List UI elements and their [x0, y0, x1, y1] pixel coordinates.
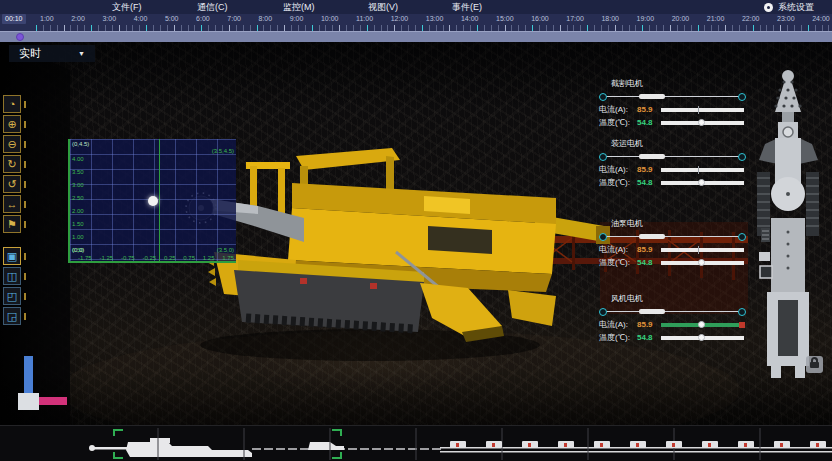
belt-block-marker: [492, 443, 495, 447]
timeline-tick: [449, 25, 450, 31]
timeline-tick: [443, 25, 444, 31]
view-cube-front-icon[interactable]: ◫: [3, 267, 21, 285]
timeline-tick: [415, 25, 416, 31]
realtime-mode-dropdown[interactable]: 实时 ▼: [9, 45, 95, 62]
timeline-tick: [463, 25, 464, 31]
timeline-hour-label: 4:00: [134, 14, 148, 24]
temp-bar[interactable]: [661, 336, 744, 340]
timeline-tick: [270, 25, 271, 31]
slider-line: [603, 96, 742, 97]
timeline-tick: [553, 25, 554, 31]
motor-panel-title: 风机电机: [611, 293, 746, 304]
axis-x-bar: [39, 397, 67, 405]
timeline-ruler[interactable]: 00:10 1:002:003:004:005:006:007:008:009:…: [0, 14, 832, 31]
timeline-tick: [408, 25, 409, 31]
slider-handle[interactable]: [639, 234, 665, 239]
slider-endpoint-right[interactable]: [738, 153, 746, 161]
timeline-current-time: 00:10: [2, 14, 26, 24]
current-bar[interactable]: [661, 168, 744, 172]
timeline-tick: [132, 25, 133, 31]
cutting-position-grid: 4.003.503.002.502.001.501.000.50 -1.75-1…: [68, 139, 236, 263]
slider-endpoint-right[interactable]: [738, 308, 746, 316]
motor-range-slider[interactable]: [599, 92, 746, 101]
view-cube-top-icon[interactable]: ▣: [3, 247, 21, 265]
menu-view[interactable]: 视图(V): [368, 1, 398, 14]
current-bar[interactable]: [661, 248, 744, 252]
motor-panel: 装运电机电流(A):85.9温度(℃):54.8: [599, 138, 746, 187]
mode-label: 实时: [19, 46, 41, 61]
timeline-tick: [381, 25, 382, 31]
bar-marker: [698, 321, 705, 328]
timeline-slider-track[interactable]: [0, 31, 832, 42]
timeline-hour-label: 14:00: [461, 14, 479, 24]
temp-bar[interactable]: [661, 121, 744, 125]
shuttle-car-silhouette: [308, 442, 344, 450]
current-label: 电流(A):: [599, 319, 637, 330]
slider-endpoint-left[interactable]: [599, 308, 607, 316]
temp-label: 温度(℃):: [599, 177, 637, 188]
slider-handle[interactable]: [639, 309, 665, 314]
timeline-tick: [84, 25, 85, 31]
pan-icon[interactable]: ↔: [3, 195, 21, 213]
flag-icon[interactable]: ⚑: [3, 215, 21, 233]
menu-event[interactable]: 事件(E): [452, 1, 482, 14]
timeline-hour-label: 2:00: [71, 14, 85, 24]
view-cube-right-icon[interactable]: ◲: [3, 307, 21, 325]
slider-endpoint-left[interactable]: [599, 93, 607, 101]
timeline-tick: [387, 25, 388, 31]
timeline-tick: [739, 25, 740, 31]
timeline-slider-handle[interactable]: [16, 33, 24, 41]
zoom-out-icon[interactable]: ⊖: [3, 135, 21, 153]
rotate-ccw-icon[interactable]: ↺: [3, 175, 21, 193]
timeline-tick: [429, 25, 430, 31]
view-cube-left-icon[interactable]: ◰: [3, 287, 21, 305]
menu-communication[interactable]: 通信(C): [197, 1, 228, 14]
lock-button[interactable]: [806, 356, 823, 373]
orbit-icon[interactable]: ◔: [3, 95, 21, 113]
zoom-in-icon[interactable]: ⊕: [3, 115, 21, 133]
grid-x-label: 1.75: [222, 255, 234, 261]
current-bar[interactable]: [661, 108, 744, 112]
machine-top-view-drawing: [745, 60, 832, 380]
slider-handle[interactable]: [639, 154, 665, 159]
motor-range-slider[interactable]: [599, 152, 746, 161]
timeline-tick: [36, 25, 37, 31]
timeline-tick: [353, 25, 354, 31]
grid-x-label: -1.25: [99, 255, 113, 261]
current-bar[interactable]: [661, 323, 744, 327]
grid-y-label: 4.00: [72, 153, 84, 166]
timeline-tick: [801, 25, 802, 31]
timeline-tick: [332, 25, 333, 31]
timeline-tick: [518, 25, 519, 31]
slider-endpoint-left[interactable]: [599, 233, 607, 241]
motor-range-slider[interactable]: [599, 232, 746, 241]
menu-monitor[interactable]: 监控(M): [283, 1, 315, 14]
timeline-hour-label: 20:00: [672, 14, 690, 24]
motor-panel: 风机电机电流(A):85.9温度(℃):54.8: [599, 293, 746, 342]
timeline-tick: [257, 25, 258, 31]
slider-endpoint-right[interactable]: [738, 93, 746, 101]
temp-bar[interactable]: [661, 181, 744, 185]
system-settings-button[interactable]: 系统设置: [764, 1, 814, 14]
timeline-tick: [608, 25, 609, 31]
timeline-tick: [622, 25, 623, 31]
slider-endpoint-left[interactable]: [599, 153, 607, 161]
rotate-cw-icon[interactable]: ↻: [3, 155, 21, 173]
timeline-tick: [505, 25, 506, 31]
bar-knob: [698, 259, 705, 266]
timeline-tick: [587, 25, 588, 31]
timeline-tick: [394, 25, 395, 31]
timeline-hour-label: 1:00: [40, 14, 54, 24]
bar-knob: [698, 179, 705, 186]
current-row: 电流(A):85.9: [599, 320, 746, 329]
timeline-hour-label: 21:00: [707, 14, 725, 24]
slider-handle[interactable]: [639, 94, 665, 99]
temp-bar[interactable]: [661, 261, 744, 265]
menu-file[interactable]: 文件(F): [112, 1, 142, 14]
timeline-tick: [64, 25, 65, 31]
motor-range-slider[interactable]: [599, 307, 746, 316]
slider-endpoint-right[interactable]: [738, 233, 746, 241]
machine-train-strip[interactable]: [0, 425, 832, 461]
grid-y-label: 1.50: [72, 218, 84, 231]
timeline-hour-label: 18:00: [601, 14, 619, 24]
